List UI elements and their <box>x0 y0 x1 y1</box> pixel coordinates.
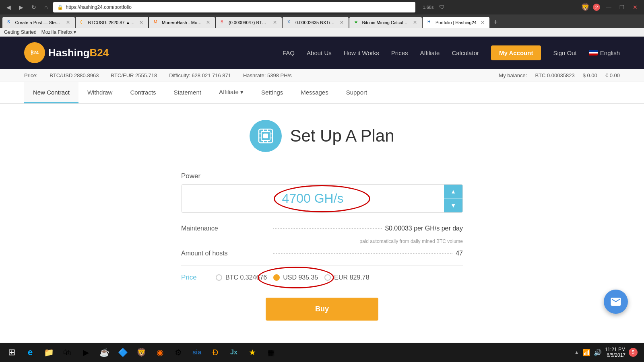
taskbar-app9[interactable]: Ð <box>207 344 224 361</box>
plan-header: Set Up A Plan <box>250 120 394 152</box>
tab-portfolio-label: Portfolio | Hashing24 <box>436 20 477 25</box>
buy-button[interactable]: Buy <box>266 298 378 321</box>
start-button[interactable]: ⊞ <box>3 344 20 361</box>
tab-btcusd-close[interactable]: ✕ <box>139 20 143 25</box>
bookmark-getting-started[interactable]: Getting Started <box>4 29 37 35</box>
dotted-fill-maintenance <box>273 228 382 229</box>
price-label: Price: <box>24 72 37 78</box>
btc-eur-price: BTC/EUR 2555.718 <box>111 72 157 78</box>
taskbar-java[interactable]: ☕ <box>96 344 113 361</box>
taskbar-left: ⊞ e 📁 🛍 ▶ ☕ 🔷 🦁 ◉ ⚙ sia <box>3 344 279 361</box>
taskbar-app11[interactable]: ★ <box>244 344 261 361</box>
clock-date: 6/5/2017 <box>607 352 625 358</box>
taskbar-files[interactable]: 📁 <box>40 344 57 361</box>
power-increment-button[interactable]: ▲ <box>444 185 462 198</box>
taskbar-brave[interactable]: 🦁 <box>133 344 150 361</box>
subnav-statement[interactable]: Statement <box>165 82 210 103</box>
page-speed: 1.68s <box>423 5 433 10</box>
tab-steemit[interactable]: S Create a Post — Steemit ✕ <box>2 17 75 28</box>
tab-moneromash-close[interactable]: ✕ <box>206 20 210 25</box>
tray-network[interactable]: 📶 <box>582 349 590 356</box>
price-option-btc[interactable]: BTC 0.324676 <box>216 274 267 281</box>
radio-eur[interactable] <box>324 274 331 281</box>
chat-button[interactable] <box>604 290 628 314</box>
subnav-support[interactable]: Support <box>337 82 376 103</box>
my-account-button[interactable]: My Account <box>491 45 541 60</box>
maintenance-value: $0.00033 per GH/s per day <box>385 225 463 232</box>
taskbar-app8[interactable]: ⚙ <box>170 344 187 361</box>
maximize-button[interactable]: ❐ <box>617 3 627 11</box>
nav-about[interactable]: About Us <box>307 49 332 56</box>
hosts-row: Amount of hosts 47 <box>181 250 463 257</box>
balance-usd: $ 0.00 <box>583 72 597 78</box>
subnav-affiliate[interactable]: Affiliate ▾ <box>210 82 252 103</box>
subnav-withdraw[interactable]: Withdraw <box>78 82 122 103</box>
taskbar-app6[interactable]: 🔷 <box>114 344 131 361</box>
sign-out-link[interactable]: Sign Out <box>553 49 576 56</box>
tab-btcusd[interactable]: ₿ BTCUSD: 2820.87 ▲+4.55 ✕ <box>76 17 148 28</box>
price-option-usd[interactable]: USD 935.35 <box>273 274 318 281</box>
chat-icon <box>610 296 622 308</box>
tab-steemit-close[interactable]: ✕ <box>66 20 70 25</box>
nav-affiliate[interactable]: Affiliate <box>420 49 440 56</box>
refresh-button[interactable]: ↻ <box>29 3 39 11</box>
taskbar-media[interactable]: ▶ <box>77 344 94 361</box>
close-button[interactable]: ✕ <box>630 3 640 11</box>
tab-bat-close[interactable]: ✕ <box>273 20 277 25</box>
new-tab-button[interactable]: + <box>490 16 501 28</box>
subnav-messages[interactable]: Messages <box>292 82 337 103</box>
radio-btc[interactable] <box>216 274 222 281</box>
brave-icon: 🦁 <box>581 3 590 12</box>
taskbar-edge[interactable]: e <box>22 344 39 361</box>
bookmark-firefox[interactable]: Mozilla Firefox ▾ <box>41 29 76 35</box>
tab-portfolio[interactable]: H Portfolio | Hashing24 ✕ <box>423 17 489 28</box>
ticker-right: My balance: BTC 0.00035823 $ 0.00 € 0.00 <box>499 72 620 78</box>
plan-form: Power ▲ ▼ Maintenance $0.00033 per GH/s … <box>181 172 463 321</box>
price-label: Price <box>181 274 209 282</box>
tray-volume[interactable]: 🔊 <box>594 349 602 356</box>
site-header: ₿24 HashingB24 FAQ About Us How it Works… <box>0 37 644 69</box>
tab-nxt[interactable]: X 0.00002635 NXT/BTC Mar... ✕ <box>283 17 349 28</box>
subnav-contracts[interactable]: Contracts <box>121 82 165 103</box>
balance-btc: BTC 0.00035823 <box>535 72 574 78</box>
power-decrement-button[interactable]: ▼ <box>444 199 462 212</box>
tab-portfolio-close[interactable]: ✕ <box>481 20 485 25</box>
tab-moneromash[interactable]: M MoneroHash - Monero M ✕ <box>149 17 215 28</box>
language-selector[interactable]: English <box>589 49 620 56</box>
shield-icon[interactable]: 🛡 <box>437 3 447 11</box>
tab-nxt-close[interactable]: ✕ <box>340 20 344 25</box>
maintenance-label: Maintenance <box>181 225 270 232</box>
submit-area: Buy <box>181 298 463 321</box>
taskbar-clock[interactable]: 11:21 PM 6/5/2017 <box>605 347 625 358</box>
taskbar-sia[interactable]: sia <box>188 344 205 361</box>
balance-eur: € 0.00 <box>605 72 620 78</box>
tab-calculator-close[interactable]: ✕ <box>413 20 417 25</box>
notification-badge[interactable]: 5 <box>629 348 638 357</box>
taskbar-app10[interactable]: Jx <box>225 344 242 361</box>
taskbar-app12[interactable]: ▦ <box>262 344 279 361</box>
power-input[interactable] <box>182 185 444 212</box>
site-nav: FAQ About Us How it Works Prices Affilia… <box>283 45 620 60</box>
site-logo: ₿24 HashingB24 <box>24 42 109 63</box>
nav-calculator[interactable]: Calculator <box>452 49 479 56</box>
subnav-settings[interactable]: Settings <box>252 82 292 103</box>
tab-bat[interactable]: B (0.00009047) BTC-BAT Ba... ✕ <box>216 17 282 28</box>
nav-faq[interactable]: FAQ <box>283 49 295 56</box>
home-button[interactable]: ⌂ <box>42 3 50 11</box>
browser-tabs: S Create a Post — Steemit ✕ ₿ BTCUSD: 28… <box>0 14 644 28</box>
tray-expand[interactable]: ▲ <box>574 350 579 355</box>
subnav-new-contract[interactable]: New Contract <box>24 82 78 103</box>
radio-usd[interactable] <box>273 274 280 281</box>
address-bar[interactable]: 🔒 https://hashing24.com/portfolio <box>53 2 415 12</box>
forward-button[interactable]: ▶ <box>17 3 26 11</box>
minimize-button[interactable]: — <box>603 3 614 11</box>
tab-calculator[interactable]: ★ Bitcoin Mining Calculator ✕ <box>349 17 422 28</box>
tab-steemit-label: Create a Post — Steemit <box>15 20 62 25</box>
logo-icon: ₿24 <box>24 42 45 63</box>
taskbar-store[interactable]: 🛍 <box>59 344 76 361</box>
nav-prices[interactable]: Prices <box>391 49 408 56</box>
back-button[interactable]: ◀ <box>4 3 13 11</box>
taskbar-monero[interactable]: ◉ <box>151 344 168 361</box>
price-option-eur[interactable]: EUR 829.78 <box>324 274 369 281</box>
nav-how-it-works[interactable]: How it Works <box>344 49 379 56</box>
